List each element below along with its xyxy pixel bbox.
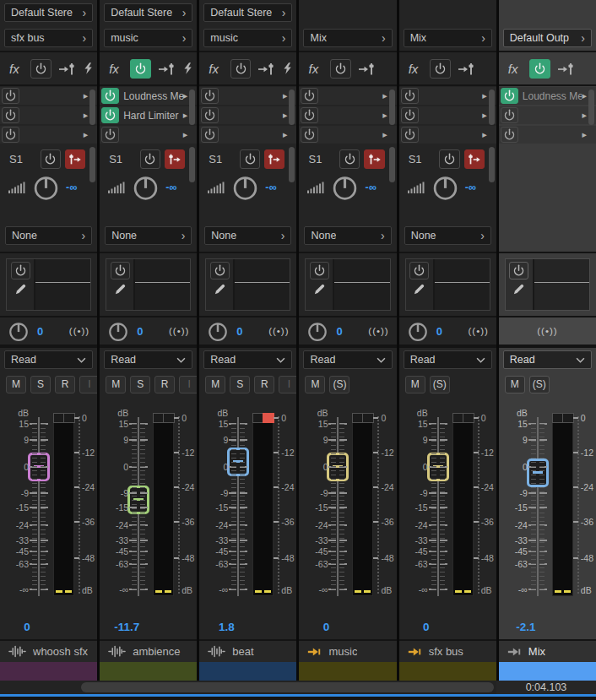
broadcast-icon[interactable] xyxy=(537,326,557,336)
send-postfader-button[interactable] xyxy=(65,149,85,169)
send-power-button[interactable] xyxy=(339,149,360,169)
broadcast-icon[interactable] xyxy=(468,326,488,336)
scrollbar-thumb[interactable] xyxy=(89,90,95,125)
effect-slot[interactable]: Loudness Me ▸ xyxy=(100,87,197,105)
scrollbar-thumb[interactable] xyxy=(489,147,495,182)
broadcast-icon[interactable] xyxy=(368,326,388,336)
send-postfader-button[interactable] xyxy=(165,149,185,169)
effect-slot[interactable]: Loudness Me ▸ xyxy=(499,87,596,105)
solo-button[interactable]: S xyxy=(30,376,51,393)
effect-slot[interactable]: ▸ xyxy=(199,87,296,105)
eq-power-button[interactable] xyxy=(11,262,30,279)
scrollbar-thumb[interactable] xyxy=(189,90,195,125)
track-input-dropdown[interactable]: Default Stere xyxy=(104,3,192,22)
automation-mode-dropdown[interactable]: Read xyxy=(104,350,192,369)
record-arm-button[interactable]: R xyxy=(154,376,175,393)
track-name[interactable]: Mix xyxy=(528,645,545,658)
effect-power-button[interactable] xyxy=(501,107,518,123)
scrollbar-thumb[interactable] xyxy=(389,90,395,125)
send-level-knob[interactable] xyxy=(431,173,459,201)
chevron-right-icon[interactable]: ▸ xyxy=(183,90,188,101)
lightning-icon[interactable] xyxy=(282,62,293,75)
mute-button[interactable]: M xyxy=(6,376,26,393)
send-postfader-button[interactable] xyxy=(464,149,485,169)
effect-slot[interactable]: ▸ xyxy=(299,87,396,105)
scrollbar-thumb[interactable] xyxy=(89,147,95,182)
edit-eq-button[interactable] xyxy=(413,283,425,296)
input-monitor-button[interactable]: I xyxy=(79,376,97,393)
post-fader-icon[interactable] xyxy=(58,62,76,76)
automation-mode-dropdown[interactable]: Read xyxy=(404,350,492,369)
volume-fader-handle[interactable] xyxy=(527,459,549,487)
send-power-button[interactable] xyxy=(140,149,160,169)
effect-power-button[interactable] xyxy=(2,107,19,123)
broadcast-icon[interactable] xyxy=(169,326,189,336)
chevron-right-icon[interactable]: ▸ xyxy=(582,110,587,121)
chevron-right-icon[interactable]: ▸ xyxy=(84,129,89,140)
effect-slot[interactable]: ▸ xyxy=(399,87,496,105)
send-level-value[interactable]: -∞ xyxy=(265,182,276,193)
lightning-icon[interactable] xyxy=(83,62,94,75)
edit-eq-button[interactable] xyxy=(214,283,226,296)
mute-button[interactable]: M xyxy=(205,376,225,393)
chevron-right-icon[interactable]: ▸ xyxy=(183,110,188,121)
effects-power-button[interactable] xyxy=(330,59,351,79)
effect-slot[interactable]: ▸ xyxy=(299,106,396,124)
track-name[interactable]: whoosh sfx xyxy=(33,645,88,658)
post-fader-icon[interactable] xyxy=(458,62,475,76)
send-route-dropdown[interactable]: None xyxy=(404,226,491,245)
send-route-dropdown[interactable]: None xyxy=(5,226,92,245)
output-assignment-dropdown[interactable]: Mix xyxy=(404,29,492,47)
send-postfader-button[interactable] xyxy=(264,149,284,169)
chevron-right-icon[interactable]: ▸ xyxy=(283,129,288,140)
pan-knob[interactable] xyxy=(407,320,429,342)
chevron-right-icon[interactable]: ▸ xyxy=(84,110,89,121)
effect-slot[interactable]: ▸ xyxy=(399,126,496,144)
broadcast-icon[interactable] xyxy=(268,326,289,336)
effects-power-button[interactable] xyxy=(430,59,451,79)
send-power-button[interactable] xyxy=(41,149,61,169)
output-assignment-dropdown[interactable]: music xyxy=(104,29,192,47)
pan-knob[interactable] xyxy=(8,320,30,342)
scrollbar-thumb[interactable] xyxy=(588,90,594,125)
send-level-knob[interactable] xyxy=(32,173,60,201)
effect-slot[interactable]: ▸ xyxy=(199,126,296,144)
send-power-button[interactable] xyxy=(439,149,459,169)
effect-slot[interactable]: ▸ xyxy=(499,126,596,144)
volume-fader-handle[interactable] xyxy=(127,486,149,514)
effect-power-button[interactable] xyxy=(2,127,19,143)
effect-power-button[interactable] xyxy=(101,127,119,143)
eq-power-button[interactable] xyxy=(310,262,329,279)
mute-button[interactable]: M xyxy=(505,376,525,393)
effects-power-button[interactable] xyxy=(529,59,550,79)
output-assignment-dropdown[interactable]: music xyxy=(203,29,292,47)
pan-knob[interactable] xyxy=(107,320,129,342)
volume-value[interactable]: 0 xyxy=(301,621,351,633)
chevron-right-icon[interactable]: ▸ xyxy=(482,90,487,101)
output-assignment-dropdown[interactable]: Default Outp xyxy=(503,29,592,47)
solo-button[interactable]: (S) xyxy=(529,376,550,393)
chevron-right-icon[interactable]: ▸ xyxy=(482,110,487,121)
mute-button[interactable]: M xyxy=(106,376,126,393)
mute-button[interactable]: M xyxy=(405,376,425,393)
pan-value[interactable]: 0 xyxy=(336,325,342,338)
track-name[interactable]: sfx bus xyxy=(429,645,463,658)
scrollbar-thumb[interactable] xyxy=(489,90,495,125)
effect-power-button[interactable] xyxy=(2,88,19,104)
volume-value[interactable]: -2.1 xyxy=(501,621,551,633)
send-level-knob[interactable] xyxy=(231,173,259,201)
chevron-right-icon[interactable]: ▸ xyxy=(283,110,288,121)
effect-slot[interactable]: ▸ xyxy=(199,106,296,124)
eq-power-button[interactable] xyxy=(509,262,528,279)
effect-power-button[interactable] xyxy=(101,107,119,123)
effect-power-button[interactable] xyxy=(401,88,419,104)
pan-value[interactable]: 0 xyxy=(37,325,43,338)
output-assignment-dropdown[interactable]: sfx bus xyxy=(4,29,93,47)
effect-slot[interactable]: ▸ xyxy=(499,106,596,124)
horizontal-scrollbar[interactable] xyxy=(0,681,496,694)
track-name[interactable]: ambience xyxy=(133,645,180,658)
pan-value[interactable]: 0 xyxy=(137,325,143,338)
pan-knob[interactable] xyxy=(306,320,328,342)
eq-power-button[interactable] xyxy=(210,262,230,279)
solo-button[interactable]: S xyxy=(130,376,150,393)
